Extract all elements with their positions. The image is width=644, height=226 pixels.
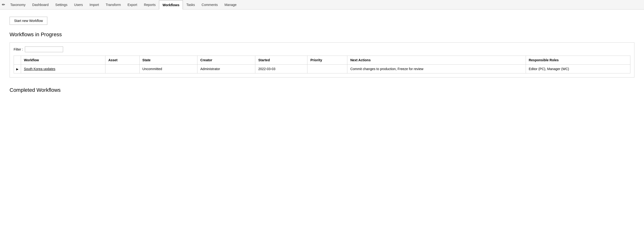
nav-link-tasks[interactable]: Tasks — [183, 0, 198, 9]
nav-link-users[interactable]: Users — [71, 0, 86, 9]
nav-item-users[interactable]: Users — [71, 0, 86, 9]
row-expand-arrow[interactable]: ▶ — [14, 65, 21, 73]
cell-responsible-roles: Editor (PC), Manager (WC) — [526, 65, 630, 73]
nav-link-export[interactable]: Export — [124, 0, 140, 9]
cell-workflow: South Korea updates — [21, 65, 106, 73]
col-workflow: Workflow — [21, 56, 106, 65]
filter-input[interactable] — [25, 46, 63, 52]
workflows-table: Workflow Asset State Creator Started Pri… — [14, 56, 630, 73]
nav-link-import[interactable]: Import — [86, 0, 102, 9]
nav-menu: TaxonomyDashboardSettingsUsersImportTran… — [7, 0, 240, 9]
nav-item-tasks[interactable]: Tasks — [183, 0, 198, 9]
col-expand — [14, 56, 21, 65]
table-header-row: Workflow Asset State Creator Started Pri… — [14, 56, 630, 65]
nav-item-import[interactable]: Import — [86, 0, 102, 9]
col-next-actions: Next Actions — [347, 56, 526, 65]
cell-started: 2022-03-03 — [255, 65, 308, 73]
nav-item-dashboard[interactable]: Dashboard — [29, 0, 52, 9]
nav-item-taxonomy[interactable]: Taxonomy — [7, 0, 29, 9]
cell-next-actions: Commit changes to production, Freeze for… — [347, 65, 526, 73]
cell-asset — [106, 65, 139, 73]
nav-link-settings[interactable]: Settings — [52, 0, 71, 9]
main-content: Start new Workflow Workflows in Progress… — [0, 9, 644, 105]
cell-state: Uncommitted — [139, 65, 197, 73]
col-asset: Asset — [106, 56, 139, 65]
col-started: Started — [255, 56, 308, 65]
filter-row: Filter : — [14, 46, 630, 52]
cell-priority — [308, 65, 347, 73]
nav-item-manage[interactable]: Manage — [221, 0, 240, 9]
col-state: State — [139, 56, 197, 65]
nav-logo-icon[interactable]: ✏ — [2, 2, 5, 7]
col-responsible-roles: Responsible Roles — [526, 56, 630, 65]
workflow-link[interactable]: South Korea updates — [24, 67, 56, 71]
filter-label: Filter : — [14, 47, 23, 51]
nav-item-workflows[interactable]: Workflows — [159, 0, 183, 9]
start-workflow-button[interactable]: Start new Workflow — [10, 17, 47, 25]
expand-icon[interactable]: ▶ — [16, 67, 18, 71]
in-progress-heading: Workflows in Progress — [10, 31, 634, 38]
nav-link-dashboard[interactable]: Dashboard — [29, 0, 52, 9]
col-priority: Priority — [308, 56, 347, 65]
in-progress-table-container: Filter : Workflow Asset State Creator St… — [10, 42, 634, 78]
nav-link-reports[interactable]: Reports — [140, 0, 159, 9]
nav-link-taxonomy[interactable]: Taxonomy — [7, 0, 29, 9]
table-row: ▶South Korea updatesUncommittedAdministr… — [14, 65, 630, 73]
top-nav: ✏ TaxonomyDashboardSettingsUsersImportTr… — [0, 0, 644, 9]
cell-creator: Administrator — [198, 65, 255, 73]
nav-item-comments[interactable]: Comments — [198, 0, 221, 9]
nav-item-export[interactable]: Export — [124, 0, 140, 9]
nav-link-transform[interactable]: Transform — [102, 0, 124, 9]
nav-link-comments[interactable]: Comments — [198, 0, 221, 9]
nav-link-workflows[interactable]: Workflows — [159, 0, 183, 9]
nav-item-settings[interactable]: Settings — [52, 0, 71, 9]
nav-link-manage[interactable]: Manage — [221, 0, 240, 9]
completed-heading: Completed Workflows — [10, 87, 634, 93]
nav-item-transform[interactable]: Transform — [102, 0, 124, 9]
col-creator: Creator — [198, 56, 255, 65]
nav-item-reports[interactable]: Reports — [140, 0, 159, 9]
